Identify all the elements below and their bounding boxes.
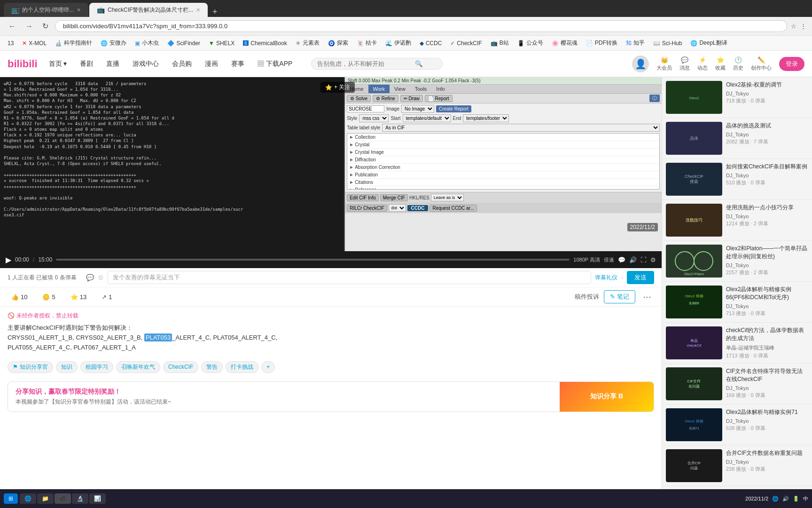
tag-challenge[interactable]: 打卡挑战 [226, 361, 258, 373]
request-ccdc-btn[interactable]: Request CCDC ar... [429, 205, 476, 212]
create-icon-item[interactable]: ✏️创作中心 [751, 56, 772, 71]
sidebar-item-4[interactable]: Olex2+Platon Olex2和Platon——一个简单孖晶处理示例(回复… [662, 241, 812, 282]
danmu-gift-chevron[interactable]: › [621, 274, 623, 281]
quality-btn[interactable]: 1080P 高清 [573, 256, 600, 263]
login-button[interactable]: 登录 [779, 57, 804, 71]
bm-periodic[interactable]: ⚛元素表 [292, 38, 323, 48]
bm-science-guide[interactable]: 🔬科学指南针 [51, 38, 96, 48]
list-item-absorption[interactable]: ▶Absorption Correction [347, 164, 659, 171]
star-icon[interactable]: ☆ [791, 23, 796, 30]
settings-btn[interactable]: ⚙ [650, 256, 656, 263]
style-select[interactable]: mss css [359, 114, 389, 122]
dot-select[interactable]: dot [389, 204, 406, 212]
bm-sakura[interactable]: 🌸樱花魂 [548, 38, 581, 48]
start-select[interactable]: templates/default [403, 114, 451, 122]
tag-add[interactable]: + [261, 361, 275, 373]
tag-knowledge-officer[interactable]: ⚑ 知识分享官 [8, 361, 53, 373]
bm-xiaomuchong[interactable]: ▣小木虫 [131, 38, 163, 48]
rilcr-checkcif-btn[interactable]: RILCr CheckCIF [347, 205, 387, 212]
olex-menu-view[interactable]: View [390, 85, 410, 93]
edit-cif-info-btn[interactable]: Edit CIF Info [347, 194, 379, 201]
collect-icon-item[interactable]: ⭐收藏 [715, 56, 726, 71]
back-btn[interactable]: ← [6, 20, 19, 32]
tab-2[interactable]: 📺 CheckCIF警告解决2(晶体尺寸栏... ✕ [89, 3, 208, 17]
report-icon[interactable]: ⓘ [649, 95, 660, 102]
taskbar-terminal[interactable]: ⬛ [55, 493, 71, 504]
bm-scihub[interactable]: 📖Sci-Hub [649, 39, 686, 48]
volume-btn[interactable]: 🔊 [629, 256, 637, 263]
create-report-btn[interactable]: Create Report [436, 105, 471, 112]
list-item-diffraction[interactable]: ▶Diffraction [347, 156, 659, 164]
bm-bilibili[interactable]: 📺B站 [487, 38, 513, 48]
bm-ccdc[interactable]: ◆CCDC [416, 39, 446, 48]
progress-bar[interactable] [56, 259, 570, 261]
list-item-citations[interactable]: ▶Citations [347, 179, 659, 186]
bm-mp[interactable]: 📱公众号 [514, 38, 547, 48]
filename-input[interactable] [347, 105, 384, 112]
play-btn[interactable]: ▶ [6, 255, 11, 264]
sidebar-item-2[interactable]: CheckCIF搜索 如何搜索CheckCIF条目解释案例 DJ_Tokyo 5… [662, 159, 812, 200]
bm-deepl[interactable]: 🌐DeepL翻译 [687, 38, 731, 48]
bilibili-logo[interactable]: bilibili [8, 58, 38, 70]
taskbar-olex[interactable]: 🔬 [72, 493, 88, 504]
sidebar-item-3[interactable]: 洗瓶技巧 使用洗瓶的一点小技巧分享 DJ_Tokyo 1214 播放 · 2 弹… [662, 200, 812, 241]
bm-card[interactable]: 🃏桔卡 [353, 38, 381, 48]
refine-btn[interactable]: ⚙ Refine [373, 95, 398, 102]
dynamic-icon-item[interactable]: ⚡动态 [697, 56, 708, 71]
share-btn[interactable]: ↗ 1 [98, 292, 116, 302]
danmu-gift-link[interactable]: 弹幕礼仪 [595, 274, 617, 282]
table-label-select[interactable]: As in CIF [382, 124, 660, 132]
address-input[interactable] [55, 20, 787, 32]
bm-anweiban[interactable]: 🌐安微办 [97, 38, 130, 48]
nav-app[interactable]: ▤ 下载APP [254, 58, 296, 70]
taskbar-chrome[interactable]: 🌐 [20, 493, 36, 504]
user-avatar[interactable]: 👤 [632, 56, 649, 72]
tab-1[interactable]: 📺 的个人空间-哔哩哔... ✕ [4, 3, 88, 17]
bm-shelx[interactable]: ▼SHELX [205, 39, 238, 48]
new-tab-btn[interactable]: + [209, 7, 221, 17]
bm-zhihu[interactable]: 知知乎 [622, 38, 648, 48]
bm-pdf[interactable]: 📄PDF转换 [582, 38, 621, 48]
nav-home[interactable]: 首页 ▾ [45, 58, 71, 70]
image-select[interactable]: No Image [401, 105, 434, 113]
nav-drama[interactable]: 番剧 [76, 58, 97, 70]
olex-menu-work[interactable]: Work [368, 85, 390, 93]
list-item-crystal-image[interactable]: ▶Crystal Image [347, 149, 659, 156]
sidebar-item-7[interactable]: CIF文件名问题 CIF文件名含特殊字符导致无法在线CheckCIF DJ_To… [662, 364, 812, 405]
like-btn[interactable]: 👍 10 [8, 292, 31, 302]
nav-shop[interactable]: 会员购 [168, 58, 195, 70]
list-item-crystal[interactable]: ▶Crystal [347, 141, 659, 149]
sidebar-item-0[interactable]: Olex2 Olex2基操-权重的调节 DJ_Tokyo 718 播放 · 0 … [662, 77, 812, 118]
sidebar-item-6[interactable]: 单晶checkCif checkCif的方法，晶体学数据表的生成方法 单晶-运城… [662, 323, 812, 364]
danmu-input[interactable]: 发个友善的弹幕见证当下 [108, 271, 591, 284]
olex-menu-info[interactable]: Info [431, 85, 449, 93]
list-item-collection[interactable]: ▶Collection [347, 134, 659, 141]
danmu-btn[interactable]: 💬 [618, 256, 625, 263]
tag-newyear[interactable]: 召唤新年欢气 [116, 361, 160, 373]
ccdc-button[interactable]: CCDC [407, 205, 429, 211]
hklres-select[interactable]: Leave as is [431, 194, 464, 201]
bm-yinuo[interactable]: 🌊伊诺酌 [382, 38, 415, 48]
collect-btn[interactable]: ⭐ 13 [67, 292, 90, 302]
merge-cif-btn[interactable]: Merge CIF [380, 194, 408, 201]
nav-sports[interactable]: 赛事 [227, 58, 248, 70]
speed-btn[interactable]: 倍速 [604, 256, 614, 263]
tag-warning[interactable]: 警告 [201, 361, 223, 373]
forward-btn[interactable]: → [23, 20, 36, 32]
olex-menu-tools[interactable]: Tools [410, 85, 432, 93]
bm-13[interactable]: 13 [4, 39, 17, 48]
report-btn[interactable]: 📄 Report [425, 95, 453, 102]
coin-btn[interactable]: 🪙 5 [39, 292, 59, 302]
nav-game[interactable]: 游戏中心 [129, 58, 163, 70]
more-options-btn[interactable]: ⋯ [640, 291, 654, 303]
bm-chembook[interactable]: 🅱ChemicalBook [239, 39, 290, 48]
history-icon-item[interactable]: 🕐历史 [733, 56, 743, 71]
sidebar-item-8[interactable]: Olex2 精修 实例71 Olex2晶体解析与精修实例71 DJ_Tokyo … [662, 405, 812, 445]
bm-scifinder[interactable]: 🔷SciFinder [164, 39, 204, 48]
start-btn[interactable]: ⊞ [4, 493, 18, 504]
sidebar-item-9[interactable]: 合并CIF问题 合并CIF文件数据名称重复问题 DJ_Tokyo 238 播放 … [662, 445, 812, 486]
send-danmu-btn[interactable]: 发送 [627, 271, 654, 284]
bm-explore[interactable]: 🧿探索 [324, 38, 352, 48]
bm-checkcif[interactable]: ✓CheckCIF [446, 39, 485, 48]
tab-2-close[interactable]: ✕ [196, 7, 200, 13]
